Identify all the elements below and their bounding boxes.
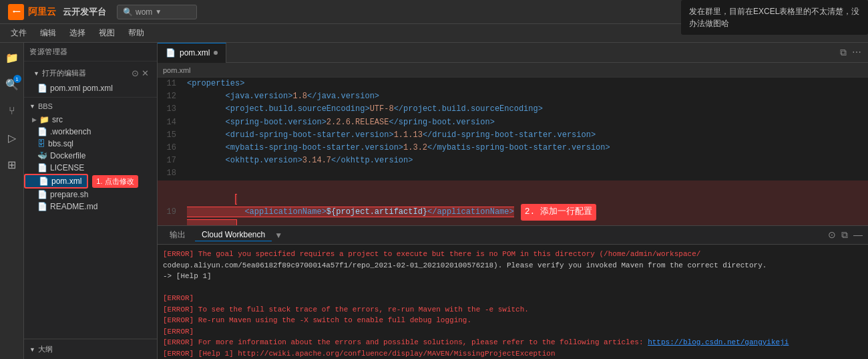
platform-text: 云开发平台 (63, 6, 106, 18)
sh-file-icon: 📄 (37, 190, 47, 199)
annotation-label-2: 2. 添加一行配置 (521, 204, 596, 221)
tab-actions: ⧉ ⋯ (839, 45, 868, 59)
terminal-settings-icon[interactable]: ⊙ (828, 229, 836, 241)
code-line-17: 17 <okhttp.version>3.14.7</okhttp.versio… (158, 154, 868, 167)
tab-bar: 📄 pom.xml ⧉ ⋯ (158, 43, 868, 63)
code-line-14: 14 <spring-boot.version>2.2.6.RELEASE</s… (158, 116, 868, 129)
menu-select[interactable]: 选择 (64, 25, 91, 41)
tab-cloud-workbench[interactable]: Cloud Workbench (195, 229, 272, 241)
line-num-11: 11 (158, 78, 184, 90)
annotation-label-1: 1. 点击修改 (92, 175, 138, 188)
dockerfile-label: Dockerfile (50, 151, 85, 160)
menu-file[interactable]: 文件 (5, 25, 32, 41)
line-content-11: <properties> (184, 78, 244, 90)
split-editor-icon[interactable]: ⧉ (839, 45, 848, 59)
folder-src[interactable]: ▶ 📁 src (24, 114, 157, 126)
bbs-section: ▼ BBS ▶ 📁 src 📄 .workbench 🗄 bbs. (24, 98, 157, 339)
breadcrumb: pom.xml (158, 63, 868, 78)
open-editor-file[interactable]: 📄 pom.xml pom.xml (24, 82, 157, 94)
pom-xml-label: pom.xml (51, 176, 81, 186)
code-line-12: 12 <java.version>1.8</java.version> (158, 90, 868, 103)
tab-pom-xml[interactable]: 📄 pom.xml (158, 43, 226, 63)
terminal-maximize-icon[interactable]: ⧉ (841, 229, 848, 241)
bbs-label: BBS (38, 102, 53, 110)
outline-arrow-icon: ▼ (29, 346, 35, 353)
code-editor[interactable]: 11 <properties> 12 <java.version>1.8</ja… (158, 78, 868, 225)
xml-file-icon: 📄 (37, 84, 47, 93)
workbench-label: .workbench (50, 127, 91, 136)
line-content-15: <druid-spring-boot-starter.version>1.1.1… (184, 129, 596, 142)
terminal-close-icon[interactable]: — (853, 229, 863, 241)
logo-icon: ⟵ (8, 4, 24, 20)
search-box[interactable]: 🔍 wom ▼ (117, 5, 197, 19)
url-link[interactable]: https://blog.csdn.net/gangyikeji (648, 338, 789, 346)
line-content-12: <java.version>1.8</java.version> (184, 90, 379, 103)
close-all-icon[interactable]: ✕ (142, 68, 149, 78)
menu-help[interactable]: 帮助 (123, 25, 150, 41)
menu-view[interactable]: 视图 (93, 25, 120, 41)
open-editors-label: 打开的编辑器 (42, 68, 86, 78)
open-editor-filename: pom.xml pom.xml (50, 84, 113, 93)
top-nav: ⟵ 阿里云 云开发平台 🔍 wom ▼ 快速开始 产品线管理 应用管理 开发 发… (0, 0, 868, 24)
debug-icon[interactable]: ▷ (3, 128, 21, 147)
extensions-icon[interactable]: ⊞ (3, 155, 21, 174)
logo: ⟵ 阿里云 云开发平台 (8, 4, 106, 20)
file-dockerfile[interactable]: 🐳 Dockerfile (24, 150, 157, 162)
git-icon[interactable]: ⑂ (3, 102, 21, 120)
chevron-down-icon: ▼ (155, 8, 162, 15)
workbench-file-icon: 📄 (37, 127, 47, 136)
sidebar-actions: ⊙ ✕ (128, 66, 153, 80)
search-activity-icon[interactable]: 🔍 1 (3, 75, 21, 94)
line-num-14: 14 (158, 116, 184, 129)
line-content-18 (184, 167, 187, 180)
main-area: 📁 🔍 1 ⑂ ▷ ⊞ 资源管理器 ▼ 打开的编辑器 ⊙ ✕ (0, 43, 868, 359)
file-bbs-sql[interactable]: 🗄 bbs.sql (24, 138, 157, 150)
line-num-17: 17 (158, 154, 184, 167)
more-actions-icon[interactable]: ⋯ (851, 45, 863, 59)
menu-edit[interactable]: 编辑 (35, 25, 61, 41)
files-icon[interactable]: 📁 (3, 48, 21, 67)
line-num-15: 15 (158, 129, 184, 142)
sidebar: 资源管理器 ▼ 打开的编辑器 ⊙ ✕ 📄 pom.xml pom.xml (24, 43, 158, 359)
line-num-19: 19 (158, 206, 184, 219)
code-line-15: 15 <druid-spring-boot-starter.version>1.… (158, 129, 868, 142)
pom-xml-icon: 📄 (39, 176, 49, 186)
terminal-line-1: [ERROR] The goal you specified requires … (163, 249, 863, 260)
folder-arrow-icon: ▶ (32, 116, 37, 123)
file-prepare-sh[interactable]: 📄 prepare.sh (24, 189, 157, 201)
code-line-13: 13 <project.build.sourceEncoding>UTF-8</… (158, 103, 868, 116)
open-editors-title[interactable]: ▼ 打开的编辑器 (28, 66, 91, 80)
bbs-section-title[interactable]: ▼ BBS (24, 100, 157, 112)
aliyun-text: 阿里云 (28, 6, 56, 18)
code-line-18: 18 (158, 167, 868, 180)
outline-title[interactable]: ▼ 大纲 (24, 342, 157, 356)
line-num-13: 13 (158, 103, 184, 116)
terminal-line-5: [ERROR] (163, 293, 863, 304)
line-num-16: 16 (158, 142, 184, 154)
tab-output[interactable]: 输出 (163, 228, 192, 242)
line-num-18: 18 (158, 167, 184, 180)
terminal-line-8: [ERROR] (163, 326, 863, 338)
file-pom-xml[interactable]: 📄 pom.xml (24, 174, 88, 189)
bbs-collapse-icon: ▼ (29, 103, 35, 110)
code-line-16: 16 <mybatis-spring-boot-starter.version>… (158, 142, 868, 154)
file-workbench[interactable]: 📄 .workbench (24, 126, 157, 138)
save-all-icon[interactable]: ⊙ (132, 68, 139, 78)
line-num-12: 12 (158, 90, 184, 103)
tab-name: pom.xml (180, 48, 210, 57)
tab-dropdown-icon[interactable]: ▼ (274, 231, 282, 240)
file-readme-md[interactable]: 📄 README.md (24, 201, 157, 213)
tab-modified-dot (214, 51, 218, 55)
readme-label: README.md (50, 202, 97, 211)
file-license[interactable]: 📄 LICENSE (24, 162, 157, 174)
bbs-sql-label: bbs.sql (48, 139, 73, 148)
terminal-content[interactable]: [ERROR] The goal you specified requires … (158, 245, 868, 359)
terminal-line-4 (163, 282, 863, 293)
file-pom-row: 📄 pom.xml 1. 点击修改 (24, 174, 157, 189)
activity-bar: 📁 🔍 1 ⑂ ▷ ⊞ (0, 43, 24, 359)
terminal-panel: 输出 Cloud Workbench ▼ ⊙ ⧉ — [ERROR] The g… (158, 225, 868, 359)
line-content-19: <applicationName>${project.artifactId}</… (184, 181, 514, 226)
terminal-line-10: [ERROR] [Help 1] http://cwiki.apache.org… (163, 348, 863, 360)
line-content-16: <mybatis-spring-boot-starter.version>1.3… (184, 142, 610, 154)
highlighted-code: <applicationName>${project.artifactId}</… (187, 194, 514, 225)
